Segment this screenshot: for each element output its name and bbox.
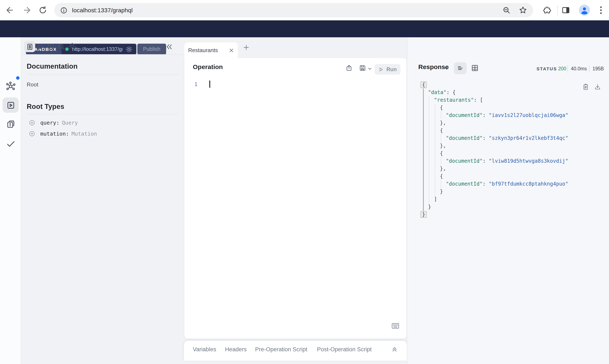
response-json-line: }, bbox=[422, 142, 568, 150]
profile-avatar[interactable] bbox=[579, 5, 590, 16]
left-nav-rail bbox=[0, 37, 21, 364]
run-button[interactable]: Run bbox=[375, 64, 401, 75]
bookmark-star-icon[interactable] bbox=[519, 6, 527, 14]
address-bar[interactable]: localhost:1337/graphql bbox=[54, 3, 533, 17]
tab-variables[interactable]: Variables bbox=[193, 346, 216, 352]
response-json-line: "documentId": "szkyn3pr64r1v2lkebf3t4qc" bbox=[422, 134, 568, 142]
response-size: 195B bbox=[593, 66, 604, 71]
response-menu-chevron-icon[interactable] bbox=[444, 66, 449, 71]
save-menu-chevron-icon[interactable] bbox=[367, 66, 372, 71]
save-icon[interactable] bbox=[359, 65, 366, 72]
download-response-icon[interactable] bbox=[594, 83, 601, 90]
status-code: 200 bbox=[558, 66, 566, 71]
response-json-line: "data": { bbox=[422, 89, 568, 96]
saved-operations-bookmark-icon[interactable] bbox=[37, 43, 44, 51]
response-json-line: ] bbox=[422, 195, 568, 203]
expand-plus-icon[interactable] bbox=[29, 119, 35, 126]
response-json-line: }, bbox=[422, 119, 568, 127]
response-time: 40.0ms bbox=[571, 66, 587, 71]
collapse-panel-icon[interactable] bbox=[166, 43, 173, 51]
browser-menu-icon[interactable] bbox=[597, 5, 605, 15]
response-json-line: }, bbox=[422, 165, 568, 172]
browser-toolbar: localhost:1337/graphql bbox=[0, 0, 609, 20]
new-tab-icon[interactable] bbox=[243, 44, 250, 51]
toolbar-divider bbox=[557, 5, 558, 15]
copy-response-icon[interactable] bbox=[582, 83, 589, 90]
side-panel-icon[interactable] bbox=[561, 6, 571, 15]
operation-editor-area[interactable] bbox=[193, 78, 401, 316]
root-type-field[interactable]: query: bbox=[40, 119, 59, 126]
table-view-toggle[interactable] bbox=[471, 64, 479, 72]
expand-plus-icon[interactable] bbox=[29, 130, 35, 137]
publish-button[interactable]: Publish bbox=[137, 44, 166, 55]
url-text[interactable]: localhost:1337/graphql bbox=[72, 7, 503, 13]
response-json-line: } bbox=[422, 188, 568, 195]
response-json-line: "documentId": "lviw819d5htwvga8s3kovdij" bbox=[422, 157, 568, 165]
endpoint-url-text: http://localhost:1337/gra... bbox=[72, 46, 122, 52]
rail-notification-dot bbox=[16, 76, 19, 80]
forward-icon[interactable] bbox=[23, 5, 32, 15]
operation-panel-title: Operation bbox=[193, 63, 223, 70]
search-icon[interactable] bbox=[58, 43, 65, 51]
stat-divider bbox=[568, 65, 568, 73]
keyboard-shortcuts-icon[interactable] bbox=[392, 323, 399, 329]
fold-marker[interactable]: } bbox=[420, 211, 427, 218]
history-clock-icon[interactable] bbox=[47, 43, 55, 51]
reload-icon[interactable] bbox=[38, 5, 48, 15]
root-type-mutation-row[interactable]: mutation: Mutation bbox=[29, 130, 97, 137]
site-info-icon[interactable] bbox=[60, 7, 67, 14]
extensions-icon[interactable] bbox=[543, 6, 552, 15]
run-label: Run bbox=[387, 66, 397, 72]
response-json: {"data": {"restaurants": [{"documentId":… bbox=[422, 81, 568, 218]
documentation-tab-icon[interactable] bbox=[24, 41, 35, 52]
status-label: STATUS bbox=[537, 66, 557, 71]
checks-icon[interactable] bbox=[6, 139, 16, 149]
json-view-toggle[interactable] bbox=[454, 62, 466, 74]
response-json-line: { bbox=[422, 127, 568, 134]
back-icon[interactable] bbox=[5, 5, 14, 15]
response-json-line: } bbox=[422, 203, 568, 211]
share-icon[interactable] bbox=[345, 65, 353, 72]
root-type-field[interactable]: mutation: bbox=[40, 130, 69, 137]
run-play-icon bbox=[378, 67, 384, 72]
toolbar-divider bbox=[21, 54, 184, 55]
response-json-line: "documentId": "iavv1s2l27uoblqcjai06wga" bbox=[422, 111, 568, 119]
root-type-name[interactable]: Query bbox=[62, 119, 78, 126]
tab-pre-operation-script[interactable]: Pre-Operation Script bbox=[255, 346, 307, 352]
sandbox-header: A SANDBOX http://localhost:1337/gra... P… bbox=[0, 20, 609, 37]
docs-root-link[interactable]: Root bbox=[27, 81, 38, 88]
root-types-title: Root Types bbox=[27, 103, 64, 111]
response-json-line: { bbox=[422, 150, 568, 157]
response-json-line: { bbox=[422, 81, 568, 89]
root-type-name[interactable]: Mutation bbox=[71, 130, 97, 137]
divider bbox=[27, 74, 178, 75]
explorer-nav-item[interactable] bbox=[2, 97, 19, 113]
fold-marker[interactable]: { bbox=[420, 81, 427, 88]
stat-divider bbox=[589, 65, 590, 73]
response-json-line: "restaurants": [ bbox=[422, 96, 568, 104]
response-json-line: { bbox=[422, 104, 568, 111]
response-json-line: } bbox=[422, 211, 568, 218]
tab-post-operation-script[interactable]: Post-Operation Script bbox=[317, 346, 372, 352]
divider bbox=[27, 114, 178, 114]
operation-tab-label[interactable]: Restaurants bbox=[188, 47, 229, 53]
zoom-out-icon[interactable] bbox=[503, 6, 511, 14]
app-window: localhost:1337/graphql A SANDBOX bbox=[0, 0, 609, 364]
tab-headers[interactable]: Headers bbox=[225, 346, 247, 352]
response-json-line: "documentId": "bf97tfdumkcc8ptahkng4puo" bbox=[422, 180, 568, 188]
collections-icon[interactable] bbox=[6, 119, 16, 129]
endpoint-settings-gear-icon[interactable] bbox=[126, 46, 132, 52]
collapse-up-icon[interactable] bbox=[391, 346, 398, 352]
operation-tab[interactable]: Restaurants bbox=[184, 42, 238, 58]
schema-graph-icon[interactable] bbox=[6, 81, 16, 91]
response-json-line: { bbox=[422, 172, 568, 180]
close-tab-icon[interactable] bbox=[229, 48, 234, 53]
docs-title: Documentation bbox=[27, 62, 78, 70]
settings-gear-icon[interactable] bbox=[68, 42, 76, 51]
root-type-query-row[interactable]: query: Query bbox=[29, 119, 78, 126]
